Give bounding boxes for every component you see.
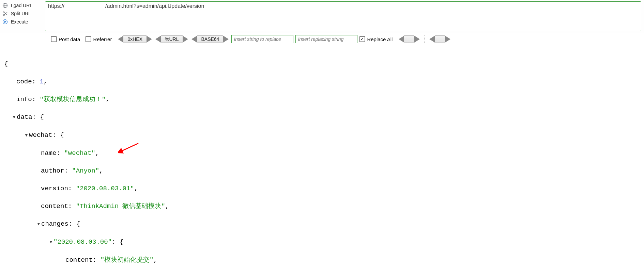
scissors-icon bbox=[2, 11, 8, 17]
url-suffix: /admin.html?s=admin/api.Update/version bbox=[105, 3, 204, 9]
redacted-host bbox=[64, 4, 105, 9]
hackbar-topbar: Load URL Split URL Execute https:///admi… bbox=[0, 0, 644, 33]
postdata-checkbox[interactable]: Post data bbox=[51, 36, 80, 42]
toggle-icon[interactable] bbox=[61, 274, 65, 275]
globe-icon bbox=[2, 2, 8, 9]
hex-button[interactable]: 0xHEX bbox=[118, 35, 152, 43]
split-url-label: Split URL bbox=[11, 11, 31, 16]
referrer-checkbox[interactable]: Referrer bbox=[86, 36, 112, 42]
extra-button[interactable] bbox=[429, 35, 450, 43]
replaceall-label: Replace All bbox=[367, 36, 393, 42]
replace-with-input[interactable] bbox=[295, 35, 357, 43]
hackbar-toolbar: Post data Referrer 0xHEX %URL BASE64 ✓Re… bbox=[0, 33, 644, 46]
urlenc-button[interactable]: %URL bbox=[155, 35, 188, 43]
toggle-icon[interactable] bbox=[25, 131, 28, 140]
toggle-icon[interactable] bbox=[49, 238, 53, 247]
wechat-version: 2020.08.03.01 bbox=[80, 185, 130, 192]
split-url-action[interactable]: Split URL bbox=[2, 10, 45, 18]
wechat-author: Anyon bbox=[76, 167, 95, 175]
toggle-icon[interactable] bbox=[37, 220, 41, 229]
base64-button[interactable]: BASE64 bbox=[191, 35, 229, 43]
svg-line-6 bbox=[4, 12, 7, 15]
replace-search-input[interactable] bbox=[231, 35, 293, 43]
svg-line-5 bbox=[4, 13, 7, 15]
side-actions: Load URL Split URL Execute bbox=[0, 0, 45, 27]
json-code: 1 bbox=[40, 78, 43, 85]
url-input[interactable]: https:///admin.html?s=admin/api.Update/v… bbox=[45, 1, 641, 31]
json-info: 获取模块信息成功！ bbox=[44, 96, 102, 103]
wechat-content: ThinkAdmin 微信基础模块 bbox=[80, 203, 161, 210]
play-icon bbox=[2, 19, 8, 25]
load-url-label: Load URL bbox=[11, 3, 32, 8]
postdata-label: Post data bbox=[59, 36, 80, 42]
replaceall-checkbox[interactable]: ✓Replace All bbox=[359, 36, 393, 42]
referrer-label: Referrer bbox=[93, 36, 112, 42]
url-prefix: https:// bbox=[48, 3, 64, 9]
wechat-name: wechat bbox=[68, 149, 91, 157]
json-response-viewer: { code: 1, info: "获取模块信息成功！", data: { we… bbox=[0, 46, 644, 275]
load-url-action[interactable]: Load URL bbox=[2, 1, 45, 10]
execute-label: Execute bbox=[11, 19, 28, 25]
change-content: 模块初始化提交 bbox=[104, 256, 150, 264]
execute-action[interactable]: Execute bbox=[2, 18, 45, 26]
toolbar-separator bbox=[424, 35, 425, 43]
url-area: https:///admin.html?s=admin/api.Update/v… bbox=[45, 0, 644, 33]
svg-marker-8 bbox=[4, 21, 6, 23]
replace-run-button[interactable] bbox=[399, 35, 420, 43]
toggle-icon[interactable] bbox=[12, 113, 16, 122]
